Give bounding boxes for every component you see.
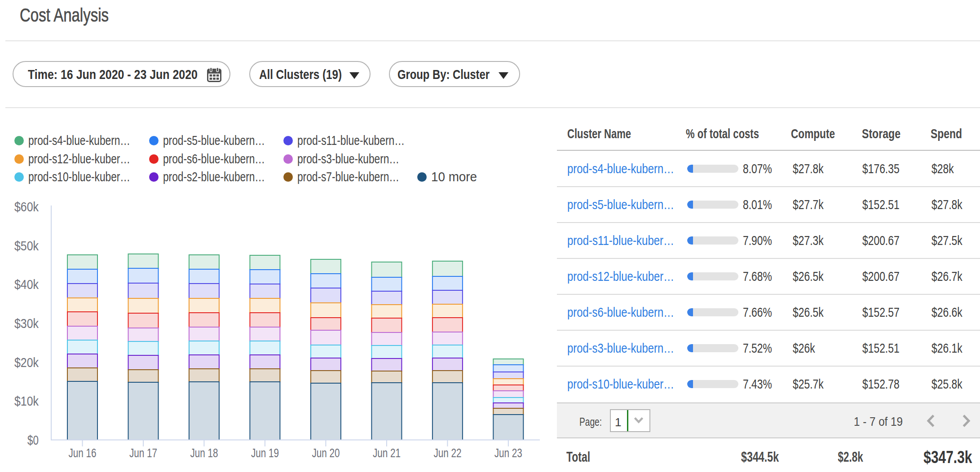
svg-text:$40k: $40k (14, 277, 39, 292)
svg-text:Jun 19: Jun 19 (251, 446, 279, 460)
svg-text:$50k: $50k (14, 239, 39, 253)
svg-text:Jun 20: Jun 20 (312, 446, 340, 460)
svg-text:Jun 23: Jun 23 (494, 446, 522, 460)
svg-text:Jun 18: Jun 18 (190, 446, 218, 460)
svg-text:Jun 17: Jun 17 (129, 446, 157, 460)
svg-text:$10k: $10k (14, 394, 39, 408)
svg-text:Jun 16: Jun 16 (69, 446, 97, 460)
svg-text:$0: $0 (27, 433, 39, 447)
svg-text:Jun 21: Jun 21 (373, 446, 401, 460)
svg-text:$30k: $30k (14, 316, 39, 331)
svg-text:Jun 22: Jun 22 (433, 446, 461, 460)
svg-text:$60k: $60k (14, 200, 39, 214)
svg-text:$20k: $20k (14, 355, 39, 370)
